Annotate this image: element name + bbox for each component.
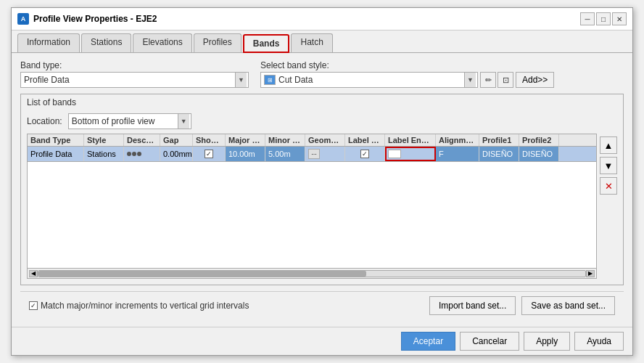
th-profile1: Profile1 [479,134,519,146]
tab-bands[interactable]: Bands [243,34,290,53]
tab-information[interactable]: Information [17,33,80,52]
desc-dot3 [137,152,141,156]
footer-buttons: Aceptar Cancelar Apply Ayuda [12,327,632,355]
aceptar-button[interactable]: Aceptar [401,332,455,351]
save-band-set-button[interactable]: Save as band set... [521,296,615,315]
style-action-buttons: ✏ ⊡ [480,72,513,88]
minimize-button[interactable]: ─ [580,12,595,25]
th-profile2: Profile2 [519,134,559,146]
table-row[interactable]: Profile Data Stations 0.00mm [28,147,596,162]
band-style-label: Select band style: [260,60,554,70]
band-style-value: Cut Data [278,75,464,85]
add-button[interactable]: Add>> [516,72,554,88]
th-gap: Gap [160,134,193,146]
td-description [124,147,160,161]
scroll-thumb [38,271,366,277]
th-style: Style [84,134,124,146]
match-label-text: Match major/minor increments to vertical… [41,301,249,311]
geom-ellipsis-button[interactable]: ··· [308,149,320,159]
ayuda-button[interactable]: Ayuda [574,332,624,351]
th-show-la: Show La... [193,134,226,146]
band-style-group: Select band style: ⊞ Cut Data ▼ ✏ ⊡ Add>… [260,60,554,88]
scroll-left-btn[interactable]: ◀ [29,270,38,277]
location-label: Location: [27,116,62,126]
th-major-int: Major Int... [226,134,265,146]
app-icon: A [17,13,29,25]
dialog-window: A Profile View Properties - EJE2 ─ □ ✕ I… [11,7,633,356]
band-type-group: Band type: Profile Data ▼ [20,60,249,88]
tab-profiles[interactable]: Profiles [194,33,242,52]
band-style-arrow-icon: ▼ [464,73,476,87]
td-label-start[interactable] [345,147,385,161]
bottom-controls-row: Match major/minor increments to vertical… [20,291,624,319]
band-type-value: Profile Data [24,75,235,85]
td-minor: 5.00m [265,147,305,161]
label-end-color-swatch [388,150,401,158]
match-checkbox[interactable] [29,301,38,310]
th-minor-int: Minor Int... [265,134,305,146]
scroll-track[interactable] [38,270,586,277]
move-down-button[interactable]: ▼ [600,157,617,174]
tabs-bar: Information Stations Elevations Profiles… [12,30,632,53]
td-gap: 0.00mm [160,147,193,161]
label-start-checkbox[interactable] [360,150,369,158]
top-controls-row: Band type: Profile Data ▼ Select band st… [20,60,624,88]
horizontal-scrollbar[interactable]: ◀ ▶ [28,268,596,278]
style-preview-button[interactable]: ⊡ [498,72,513,88]
window-title: Profile View Properties - EJE2 [33,14,576,24]
td-band-type: Profile Data [28,147,84,161]
location-row: Location: Bottom of profile view ▼ [27,113,617,129]
scroll-right-btn[interactable]: ▶ [586,270,595,277]
band-type-dropdown[interactable]: Profile Data ▼ [20,72,249,88]
show-la-checkbox[interactable] [205,150,213,158]
th-label-sta: Label Sta... [345,134,385,146]
desc-dot2 [132,152,136,156]
close-button[interactable]: ✕ [612,12,627,25]
band-style-dropdown[interactable]: ⊞ Cut Data ▼ [260,72,478,88]
apply-button[interactable]: Apply [524,332,570,351]
group-legend: List of bands [27,97,617,107]
side-buttons: ▲ ▼ ✕ [600,134,617,279]
th-band-type: Band Type [28,134,84,146]
td-profile2: DISEÑO [519,147,559,161]
th-label-end: Label End ... [385,134,436,146]
delete-button[interactable]: ✕ [600,177,617,195]
th-geometr: Geometr... [305,134,345,146]
title-bar: A Profile View Properties - EJE2 ─ □ ✕ [12,8,632,30]
location-arrow-icon: ▼ [178,114,189,129]
tab-stations[interactable]: Stations [81,33,131,52]
desc-dot1 [127,152,131,156]
style-edit-button[interactable]: ✏ [480,72,496,88]
td-geom[interactable]: ··· [305,147,345,161]
content-area: Band type: Profile Data ▼ Select band st… [12,53,632,327]
td-profile1: DISEÑO [479,147,519,161]
table-header-row: Band Type Style Description Gap Show La.… [28,134,596,147]
th-alignment: Alignment [436,134,479,146]
table-area: Band Type Style Description Gap Show La.… [27,134,617,279]
location-value: Bottom of profile view [72,116,178,126]
th-description: Description [124,134,160,146]
td-alignment: F [436,147,479,161]
move-up-button[interactable]: ▲ [600,136,617,154]
band-type-label: Band type: [20,60,249,70]
td-style: Stations [84,147,124,161]
bands-table: Band Type Style Description Gap Show La.… [27,134,597,279]
window-controls: ─ □ ✕ [580,12,627,25]
table-body: Profile Data Stations 0.00mm [28,147,596,268]
td-major: 10.00m [226,147,265,161]
band-style-icon: ⊞ [264,75,276,85]
maximize-button[interactable]: □ [596,12,611,25]
location-dropdown[interactable]: Bottom of profile view ▼ [68,113,191,129]
match-checkbox-label: Match major/minor increments to vertical… [29,301,249,311]
cancelar-button[interactable]: Cancelar [460,332,519,351]
band-type-arrow-icon: ▼ [235,73,247,87]
tab-hatch[interactable]: Hatch [291,33,332,52]
td-show-la[interactable] [193,147,226,161]
import-band-set-button[interactable]: Import band set... [429,296,516,315]
td-label-end[interactable] [385,147,436,161]
tab-elevations[interactable]: Elevations [133,33,191,52]
list-of-bands-group: List of bands Location: Bottom of profil… [20,94,624,285]
